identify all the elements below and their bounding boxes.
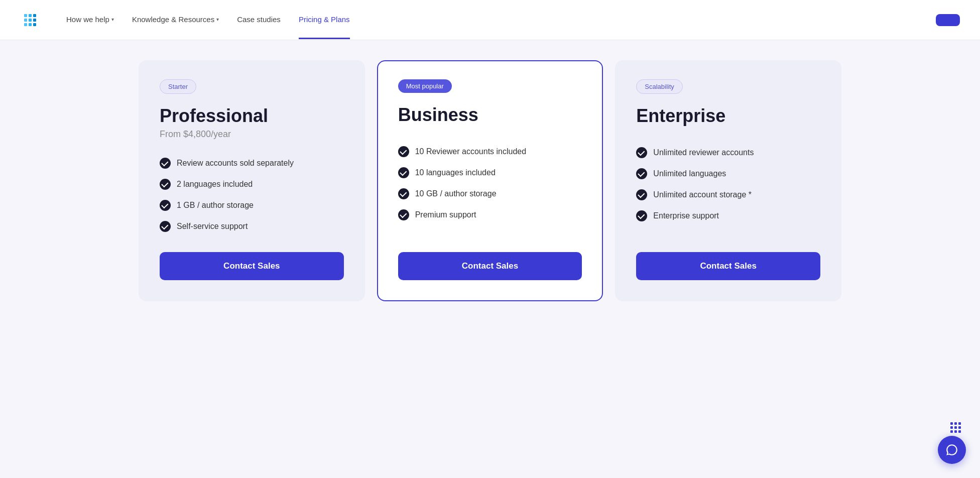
checkmark-icon — [160, 221, 171, 232]
feature-text: 10 Reviewer accounts included — [415, 147, 526, 156]
grid-dot — [958, 426, 961, 429]
grid-dot — [950, 426, 953, 429]
feature-text: 2 languages included — [177, 180, 253, 189]
feature-item: 2 languages included — [160, 179, 344, 190]
plan-card-professional: StarterProfessionalFrom $4,800/yearRevie… — [139, 60, 365, 301]
plan-card-business: Most popularBusiness10 Reviewer accounts… — [377, 60, 603, 301]
feature-item: Enterprise support — [636, 210, 820, 221]
features-list: 10 Reviewer accounts included10 language… — [398, 146, 582, 232]
plans-grid: StarterProfessionalFrom $4,800/yearRevie… — [139, 60, 841, 301]
feature-item: 10 Reviewer accounts included — [398, 146, 582, 157]
grid-dot — [958, 422, 961, 425]
checkmark-icon — [636, 168, 647, 179]
feature-text: Premium support — [415, 210, 476, 219]
feature-text: Enterprise support — [653, 211, 719, 220]
plan-name: Enterprise — [636, 106, 820, 126]
plan-card-enterprise: ScalabilityEnterpriseUnlimited reviewer … — [615, 60, 841, 301]
checkmark-icon — [398, 188, 409, 199]
chevron-down-icon: ▾ — [111, 17, 114, 22]
checkmark-icon — [160, 200, 171, 211]
free-demo-button[interactable] — [936, 14, 960, 26]
nav-links: How we help▾Knowledge & Resources▾Case s… — [66, 1, 926, 39]
feature-item: Unlimited reviewer accounts — [636, 147, 820, 158]
plan-badge: Most popular — [398, 79, 452, 93]
nav-right — [926, 14, 960, 26]
checkmark-icon — [636, 210, 647, 221]
grid-dot — [954, 422, 957, 425]
nav-item-pricing---plans[interactable]: Pricing & Plans — [299, 1, 350, 39]
features-list: Unlimited reviewer accountsUnlimited lan… — [636, 147, 820, 232]
checkmark-icon — [160, 179, 171, 190]
contact-sales-button[interactable]: Contact Sales — [636, 252, 820, 280]
logo-dots — [24, 14, 36, 26]
grid-dots — [950, 422, 961, 433]
feature-text: 1 GB / author storage — [177, 201, 254, 210]
feature-text: Unlimited reviewer accounts — [653, 148, 754, 157]
plan-name: Business — [398, 105, 582, 125]
feature-item: 10 languages included — [398, 167, 582, 178]
checkmark-icon — [398, 209, 409, 220]
navbar: How we help▾Knowledge & Resources▾Case s… — [0, 0, 980, 40]
feature-text: Unlimited account storage * — [653, 190, 752, 199]
plan-price: From $4,800/year — [160, 129, 344, 140]
feature-item: Unlimited account storage * — [636, 189, 820, 200]
grid-dot — [958, 430, 961, 433]
feature-text: 10 languages included — [415, 168, 496, 177]
contact-sales-button[interactable]: Contact Sales — [398, 252, 582, 280]
plan-badge: Scalability — [636, 79, 683, 94]
grid-dot — [954, 426, 957, 429]
logo[interactable] — [20, 14, 36, 26]
feature-text: Review accounts sold separately — [177, 159, 294, 168]
feature-text: 10 GB / author storage — [415, 189, 497, 198]
grid-dot — [950, 422, 953, 425]
feature-item: Review accounts sold separately — [160, 158, 344, 169]
feature-item: Self-service support — [160, 221, 344, 232]
feature-text: Self-service support — [177, 222, 248, 231]
feature-item: Unlimited languages — [636, 168, 820, 179]
feature-item: 10 GB / author storage — [398, 188, 582, 199]
features-list: Review accounts sold separately2 languag… — [160, 158, 344, 232]
feature-text: Unlimited languages — [653, 169, 726, 178]
chevron-down-icon: ▾ — [216, 17, 219, 22]
pricing-section: StarterProfessionalFrom $4,800/yearRevie… — [0, 40, 980, 478]
plan-badge: Starter — [160, 79, 196, 94]
grid-dot — [950, 430, 953, 433]
checkmark-icon — [636, 147, 647, 158]
checkmark-icon — [636, 189, 647, 200]
contact-sales-button[interactable]: Contact Sales — [160, 252, 344, 280]
grid-dot — [954, 430, 957, 433]
nav-item-how-we-help[interactable]: How we help▾ — [66, 1, 114, 39]
nav-item-knowledge---resources[interactable]: Knowledge & Resources▾ — [132, 1, 219, 39]
feature-item: Premium support — [398, 209, 582, 220]
checkmark-icon — [398, 167, 409, 178]
plan-name: Professional — [160, 106, 344, 126]
checkmark-icon — [160, 158, 171, 169]
checkmark-icon — [398, 146, 409, 157]
feature-item: 1 GB / author storage — [160, 200, 344, 211]
chat-bubble-button[interactable] — [938, 436, 966, 464]
nav-item-case-studies[interactable]: Case studies — [237, 1, 281, 39]
